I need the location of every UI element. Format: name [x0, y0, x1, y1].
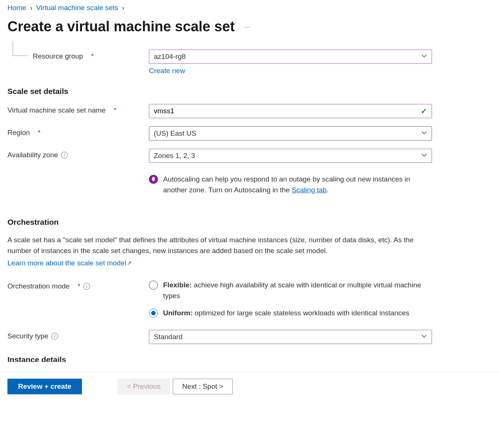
- breadcrumb-vmss[interactable]: Virtual machine scale sets: [36, 4, 118, 12]
- orchestration-description: A scale set has a "scale set model" that…: [7, 235, 432, 256]
- next-button[interactable]: Next : Spot >: [173, 379, 232, 394]
- chevron-right-icon: ›: [122, 4, 124, 12]
- scale-set-details-heading: Scale set details: [7, 87, 432, 96]
- learn-more-scale-set-model-link[interactable]: Learn more about the scale set model↗: [7, 259, 132, 267]
- rocket-icon: [149, 175, 158, 184]
- security-type-dropdown[interactable]: Standard: [149, 330, 432, 344]
- review-create-button[interactable]: Review + create: [7, 379, 82, 394]
- page-title: Create a virtual machine scale set: [7, 19, 235, 35]
- scaling-tab-link[interactable]: Scaling tab: [292, 186, 327, 194]
- orchestration-flexible-label: Flexible: achieve high availability at s…: [163, 280, 432, 301]
- create-new-resource-group-link[interactable]: Create new: [149, 67, 185, 75]
- chevron-down-icon: [421, 129, 427, 138]
- region-label: Region: [7, 129, 30, 137]
- orchestration-heading: Orchestration: [7, 218, 432, 227]
- previous-button: < Previous: [118, 379, 170, 394]
- required-asterisk: *: [77, 282, 80, 290]
- orchestration-flexible-radio[interactable]: [149, 281, 158, 290]
- breadcrumb-home[interactable]: Home: [7, 4, 26, 12]
- vmss-name-field[interactable]: [154, 107, 421, 115]
- resource-group-dropdown[interactable]: az104-rg8: [149, 50, 432, 64]
- security-type-label: Security type: [7, 332, 48, 340]
- info-icon[interactable]: i: [51, 333, 58, 340]
- chevron-down-icon: [421, 152, 427, 160]
- availability-zone-dropdown[interactable]: Zones 1, 2, 3: [149, 149, 432, 163]
- chevron-right-icon: ›: [30, 4, 32, 12]
- orchestration-mode-label: Orchestration mode: [7, 282, 70, 290]
- external-link-icon: ↗: [127, 260, 132, 266]
- chevron-down-icon: [421, 53, 427, 61]
- resource-group-value: az104-rg8: [154, 53, 186, 61]
- region-dropdown[interactable]: (US) East US: [149, 126, 432, 141]
- vmss-name-label: Virtual machine scale set name: [7, 106, 106, 114]
- info-icon[interactable]: i: [83, 283, 90, 290]
- more-actions-button[interactable]: ⋯: [244, 23, 251, 31]
- orchestration-mode-radio-group: Flexible: achieve high availability at s…: [149, 280, 432, 319]
- availability-zone-label: Availability zone: [7, 151, 58, 159]
- chevron-down-icon: [421, 333, 427, 341]
- security-type-value: Standard: [154, 333, 182, 341]
- tree-connector-icon: [7, 52, 30, 61]
- instance-details-heading: Instance details: [7, 355, 432, 362]
- autoscale-info-text: Autoscaling can help you respond to an o…: [163, 175, 410, 194]
- autoscale-info-banner: Autoscaling can help you respond to an o…: [149, 174, 432, 195]
- wizard-footer: Review + create < Previous Next : Spot >: [0, 372, 499, 409]
- vmss-name-input[interactable]: ✓: [149, 104, 432, 118]
- required-asterisk: *: [38, 129, 41, 137]
- required-asterisk: *: [91, 52, 93, 60]
- breadcrumb: Home › Virtual machine scale sets ›: [7, 4, 492, 12]
- resource-group-label: Resource group: [33, 52, 83, 60]
- checkmark-icon: ✓: [421, 107, 427, 116]
- orchestration-uniform-label: Uniform: optimized for large scale state…: [163, 308, 409, 319]
- availability-zone-value: Zones 1, 2, 3: [154, 152, 195, 160]
- info-icon[interactable]: i: [61, 152, 68, 158]
- region-value: (US) East US: [154, 129, 196, 138]
- required-asterisk: *: [114, 106, 116, 114]
- orchestration-uniform-radio[interactable]: [149, 309, 158, 318]
